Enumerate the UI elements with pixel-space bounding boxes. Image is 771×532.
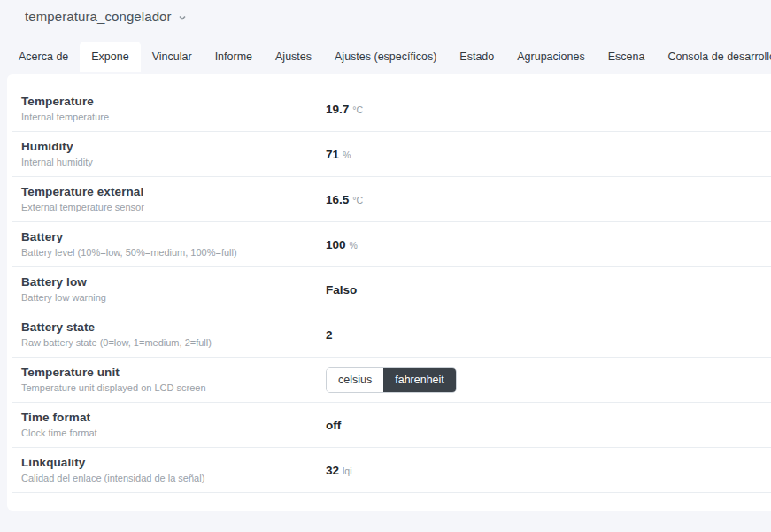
expose-title: Time format [21,410,326,426]
tab-escena[interactable]: Escena [597,42,657,72]
tab-acerca-de[interactable]: Acerca de [7,42,80,72]
expose-title: Temperature external [21,184,326,200]
expose-description: Temperature unit displayed on LCD screen [21,382,326,395]
tab-ajustes-especificos[interactable]: Ajustes (específicos) [323,42,448,72]
expose-row-battery-state: Battery state Raw battery state (0=low, … [12,312,771,358]
expose-value: 32 [326,464,339,477]
expose-row-battery-low: Battery low Battery low warning Falso [12,267,771,312]
expose-title: Linkquality [21,455,326,471]
device-page: temperatura_congelador Acerca de Expone … [0,0,771,532]
exposes-card: Temperature Internal temperature 19.7 °C… [7,74,771,511]
device-title-dropdown[interactable]: temperatura_congelador [25,9,187,24]
expose-unit: % [350,240,358,251]
device-title: temperatura_congelador [25,9,172,24]
expose-unit: % [343,150,351,160]
expose-title: Temperature [21,94,326,110]
tab-ajustes[interactable]: Ajustes [264,42,323,72]
expose-unit: °C [352,104,363,115]
expose-description: Internal humidity [21,156,326,169]
expose-description: Raw battery state (0=low, 1=medium, 2=fu… [21,336,326,350]
celsius-button[interactable]: celsius [327,368,383,392]
tab-informe[interactable]: Informe [204,42,264,72]
expose-unit: °C [352,195,363,205]
expose-row-temperature-external: Temperature external External temperatur… [12,177,771,222]
expose-value: 71 [326,148,339,161]
expose-description: Battery level (10%=low, 50%=medium, 100%… [21,246,326,259]
expose-row-temperature-unit: Temperature unit Temperature unit displa… [12,358,771,403]
tab-agrupaciones[interactable]: Agrupaciones [505,42,596,72]
tab-consola-de-desarrollo[interactable]: Consola de desarrollo [656,42,771,72]
expose-row-time-format: Time format Clock time format off [12,403,771,448]
expose-title: Battery state [21,320,326,335]
expose-row-linkquality: Linkquality Calidad del enlace (intensid… [12,448,771,493]
expose-description: Calidad del enlace (intensidad de la señ… [21,472,326,485]
expose-description: Battery low warning [21,291,326,305]
expose-row-battery: Battery Battery level (10%=low, 50%=medi… [12,222,771,267]
expose-value: Falso [326,283,357,297]
chevron-down-icon [178,13,187,22]
expose-row-humidity: Humidity Internal humidity 71 % [12,132,771,177]
expose-unit: lqi [343,466,352,476]
exposes-table: Temperature Internal temperature 19.7 °C… [7,74,771,493]
expose-value: 100 [326,238,346,251]
expose-row-temperature: Temperature Internal temperature 19.7 °C [12,87,771,132]
expose-title: Humidity [21,139,326,155]
expose-value: off [326,419,341,432]
expose-description: Clock time format [21,427,326,440]
expose-description: Internal temperature [21,111,326,124]
expose-title: Battery [21,229,326,245]
expose-title: Temperature unit [21,365,326,381]
expose-value: 2 [326,328,333,342]
tab-vincular[interactable]: Vincular [141,42,204,72]
device-tabs: Acerca de Expone Vincular Informe Ajuste… [7,42,771,72]
expose-description: External temperature sensor [21,201,326,214]
table-footer-divider [12,497,771,497]
expose-value: 19.7 [326,103,349,116]
expose-title: Battery low [21,274,326,290]
tab-expone[interactable]: Expone [80,42,140,72]
tab-estado[interactable]: Estado [448,42,505,72]
temperature-unit-toggle: celsius fahrenheit [326,367,457,393]
fahrenheit-button[interactable]: fahrenheit [383,368,456,392]
expose-value: 16.5 [326,193,349,206]
